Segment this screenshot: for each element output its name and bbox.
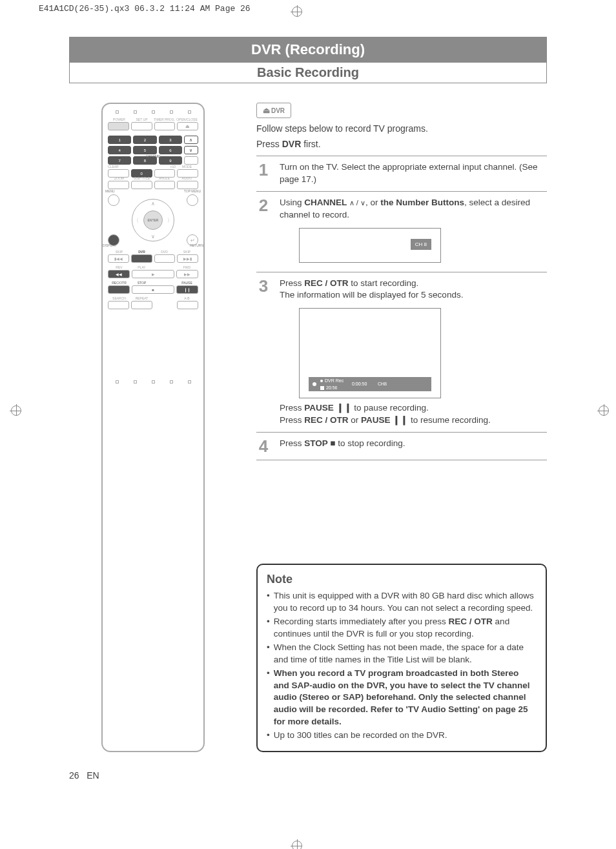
intro-line-1: Follow steps below to record TV programs… — [256, 123, 547, 134]
page-footer: 26 EN — [69, 770, 547, 781]
screen-preview-channel: CH 8 — [299, 228, 441, 263]
recording-info-bar: DVR Rec 20:56 0:00:50 CH8 — [309, 377, 431, 391]
channel-badge: CH 8 — [411, 239, 431, 250]
step-3: 3 Press REC / OTR to start recording. Th… — [256, 272, 547, 433]
subsection-title: Basic Recording — [69, 63, 547, 83]
intro-line-2: Press DVR first. — [256, 139, 547, 149]
remote-illustration: POWER SET UP TIMER PROG. OPEN/CLOSE ⏏ 1 … — [101, 103, 205, 752]
print-header: E41A1CD(26-35).qx3 06.3.2 11:24 AM Page … — [0, 0, 616, 17]
step-1: 1 Turn on the TV. Select the appropriate… — [256, 156, 547, 192]
step-2: 2 Using CHANNEL ∧ / ∨, or the Number But… — [256, 192, 547, 272]
step-4: 4 Press STOP ■ to stop recording. — [256, 433, 547, 460]
dvr-logo: ⏏DVR — [256, 103, 291, 118]
note-title: Note — [267, 571, 537, 588]
note-box: Note •This unit is equipped with a DVR w… — [256, 564, 547, 752]
section-title: DVR (Recording) — [69, 37, 547, 63]
screen-preview-recording: DVR Rec 20:56 0:00:50 CH8 — [299, 308, 441, 398]
